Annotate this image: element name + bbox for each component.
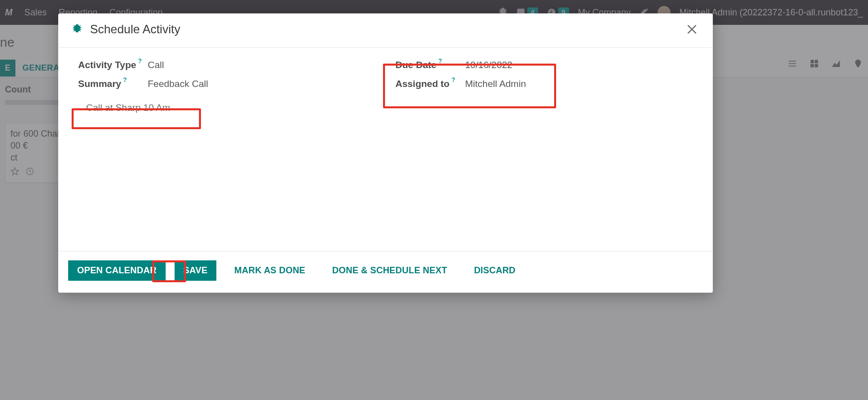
- row-assigned-to: Assigned to ? Mitchell Admin: [395, 79, 693, 89]
- activity-type-select[interactable]: Call: [148, 60, 164, 71]
- bug-icon: [72, 22, 82, 36]
- form-left-col: Activity Type ? Call Summary ? Feedback …: [78, 60, 376, 239]
- label-assigned-to: Assigned to ?: [395, 79, 465, 89]
- dialog-footer: OPEN CALENDAR SAVE MARK AS DONE DONE & S…: [58, 251, 713, 293]
- row-activity-type: Activity Type ? Call: [78, 60, 376, 71]
- mark-as-done-button[interactable]: MARK AS DONE: [225, 260, 314, 281]
- assigned-to-select[interactable]: Mitchell Admin: [465, 79, 526, 89]
- row-summary: Summary ? Feedback Call: [78, 79, 376, 89]
- help-icon[interactable]: ?: [452, 77, 455, 83]
- help-icon[interactable]: ?: [138, 58, 142, 65]
- close-button[interactable]: [685, 22, 699, 36]
- label-assigned-to-text: Assigned to: [395, 79, 450, 89]
- dialog-title: Schedule Activity: [90, 22, 180, 36]
- label-activity-type: Activity Type ?: [78, 60, 148, 71]
- form-right-col: Due Date ? 10/16/2022 Assigned to ? Mitc…: [395, 60, 693, 239]
- label-due-date-text: Due Date: [395, 60, 436, 70]
- open-calendar-button[interactable]: OPEN CALENDAR: [68, 260, 166, 281]
- dialog-body: Activity Type ? Call Summary ? Feedback …: [58, 48, 713, 251]
- help-icon[interactable]: ?: [123, 77, 127, 83]
- row-due-date: Due Date ? 10/16/2022: [395, 60, 693, 71]
- discard-button[interactable]: DISCARD: [465, 260, 524, 281]
- schedule-activity-dialog: Schedule Activity Activity Type ? Call S…: [58, 13, 713, 293]
- done-schedule-next-button[interactable]: DONE & SCHEDULE NEXT: [323, 260, 456, 281]
- label-summary-text: Summary: [78, 79, 121, 89]
- label-activity-type-text: Activity Type: [78, 60, 136, 70]
- due-date-input[interactable]: 10/16/2022: [465, 60, 512, 71]
- dialog-header: Schedule Activity: [58, 13, 713, 48]
- summary-input[interactable]: Feedback Call: [148, 79, 208, 89]
- label-due-date: Due Date ?: [395, 60, 465, 71]
- label-summary: Summary ?: [78, 79, 148, 89]
- dialog-title-wrap: Schedule Activity: [72, 22, 180, 36]
- help-icon[interactable]: ?: [438, 58, 442, 65]
- save-button[interactable]: SAVE: [175, 260, 216, 281]
- note-editor[interactable]: Call at Sharp 10 Am: [78, 99, 285, 116]
